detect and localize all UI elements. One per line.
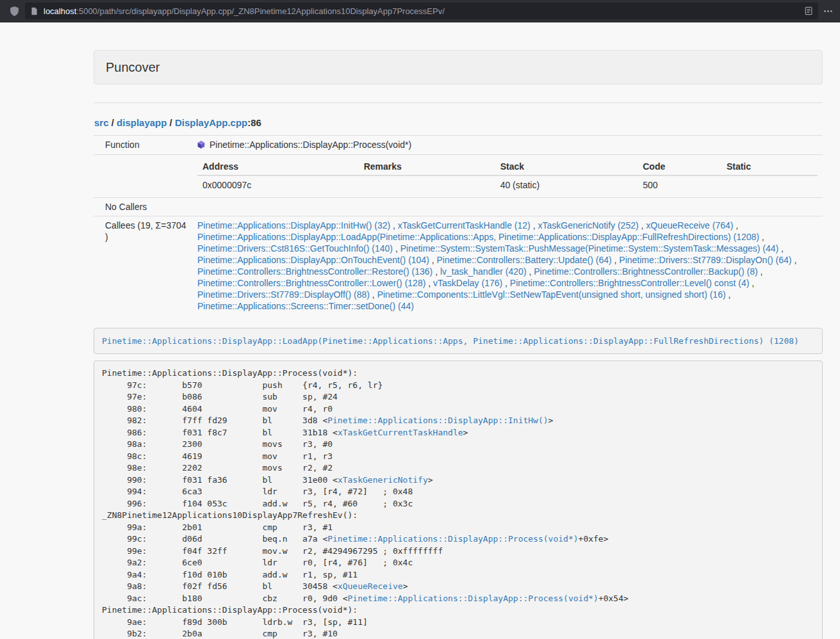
callee-link[interactable]: xQueueReceive (764) [646, 220, 733, 231]
callee-link[interactable]: Pinetime::Drivers::St7789::DisplayOff() … [197, 289, 370, 300]
stats-value [359, 175, 495, 194]
stats-column-header: Address [197, 158, 359, 175]
function-label: Function [94, 136, 192, 155]
shield-icon[interactable] [9, 6, 20, 17]
breadcrumb-link[interactable]: displayapp [117, 117, 167, 128]
no-callers-cell [192, 198, 823, 216]
breadcrumb-link[interactable]: DisplayApp.cpp [175, 117, 247, 128]
code-symbol-link[interactable]: xTaskGetCurrentTaskHandle [338, 428, 463, 437]
kebab-menu-icon[interactable] [823, 6, 833, 16]
callee-link[interactable]: Pinetime::Applications::DisplayApp::OnTo… [197, 255, 429, 265]
callee-link[interactable]: Pinetime::Drivers::Cst816S::GetTouchInfo… [197, 243, 393, 254]
loadapp-link[interactable]: Pinetime::Applications::DisplayApp::Load… [102, 336, 799, 346]
no-callers-label: No Callers [94, 198, 192, 216]
stats-column-header: Stack [495, 158, 638, 175]
callees-list: Pinetime::Applications::DisplayApp::Init… [192, 216, 823, 316]
site-info-icon[interactable] [30, 7, 38, 15]
loadapp-box: Pinetime::Applications::DisplayApp::Load… [94, 328, 823, 354]
breadcrumb: src / displayapp / DisplayApp.cpp:86 [94, 117, 823, 128]
callee-link[interactable]: Pinetime::Drivers::St7789::DisplayOn() (… [619, 255, 791, 265]
code-symbol-link[interactable]: Pinetime::Applications::DisplayApp::Init… [327, 416, 548, 425]
callee-link[interactable]: Pinetime::Components::LittleVgl::SetNewT… [377, 289, 726, 300]
callee-link[interactable]: Pinetime::Applications::Screens::Timer::… [197, 301, 414, 311]
stats-table: AddressRemarksStackCodeStatic 0x0000097c… [197, 158, 818, 194]
url-text: localhost:5000/path/src/displayapp/Displ… [44, 6, 799, 16]
callee-link[interactable]: Pinetime::System::SystemTask::PushMessag… [400, 243, 779, 254]
stats-column-header: Static [721, 158, 818, 175]
reader-mode-icon[interactable] [804, 6, 813, 15]
url-rest: :5000/path/src/displayapp/DisplayApp.cpp… [76, 6, 445, 16]
code-symbol-link[interactable]: Pinetime::Applications::DisplayApp::Proc… [327, 534, 578, 544]
stats-values-row: 0x0000097c40 (static)500 [197, 175, 818, 194]
callee-link[interactable]: Pinetime::Controllers::BrightnessControl… [197, 278, 425, 288]
code-symbol-link[interactable]: xTaskGenericNotify [338, 475, 428, 485]
url-bar[interactable]: localhost:5000/path/src/displayapp/Displ… [25, 3, 818, 19]
stats-value: 40 (static) [495, 175, 638, 194]
breadcrumb-link[interactable]: src [94, 117, 109, 128]
no-callers-row: No Callers [94, 198, 823, 216]
callee-link[interactable]: Pinetime::Applications::DisplayApp::Init… [197, 220, 390, 231]
code-symbol-link[interactable]: xQueueReceive [338, 581, 403, 591]
stats-column-header: Remarks [359, 158, 495, 175]
disassembly: Pinetime::Applications::DisplayApp::Proc… [94, 360, 823, 639]
browser-toolbar: localhost:5000/path/src/displayapp/Displ… [0, 0, 840, 22]
callee-link[interactable]: Pinetime::Controllers::Battery::Update()… [437, 255, 612, 265]
divider [94, 102, 823, 103]
callee-link[interactable]: lv_task_handler (420) [440, 266, 527, 277]
callee-link[interactable]: xTaskGenericNotify (252) [538, 220, 638, 231]
stats-row: AddressRemarksStackCodeStatic 0x0000097c… [94, 155, 823, 198]
function-icon [197, 140, 205, 151]
callee-link[interactable]: Pinetime::Controllers::BrightnessControl… [534, 266, 757, 277]
page-title: Puncover [106, 60, 160, 74]
stats-value: 500 [638, 175, 721, 194]
function-name: Pinetime::Applications::DisplayApp::Proc… [210, 140, 411, 150]
stats-column-header: Code [638, 158, 721, 175]
function-row: Function Pinetime::Applications::Display… [94, 136, 823, 155]
callee-link[interactable]: vTaskDelay (176) [433, 278, 502, 288]
stats-value: 0x0000097c [197, 175, 359, 194]
code-symbol-link[interactable]: Pinetime::Applications::DisplayApp::Proc… [348, 594, 598, 603]
callee-link[interactable]: Pinetime::Controllers::BrightnessControl… [197, 266, 432, 277]
callee-link[interactable]: Pinetime::Controllers::BrightnessControl… [510, 278, 749, 288]
callees-label: Callees (19, Σ=3704 ) [94, 216, 192, 316]
callee-link[interactable]: xTaskGetCurrentTaskHandle (12) [398, 220, 531, 231]
function-name-cell: Pinetime::Applications::DisplayApp::Proc… [192, 136, 823, 155]
function-table: Function Pinetime::Applications::Display… [94, 135, 823, 315]
callees-row: Callees (19, Σ=3704 ) Pinetime::Applicat… [94, 216, 823, 316]
stats-row-label [94, 155, 192, 198]
stats-header-row: AddressRemarksStackCodeStatic [197, 158, 818, 175]
header-panel: Puncover [94, 50, 823, 85]
stats-value [721, 175, 818, 194]
url-host: localhost [44, 6, 76, 16]
callee-link[interactable]: Pinetime::Applications::DisplayApp::Load… [197, 232, 759, 242]
page-container: Puncover src / displayapp / DisplayApp.c… [94, 22, 823, 639]
